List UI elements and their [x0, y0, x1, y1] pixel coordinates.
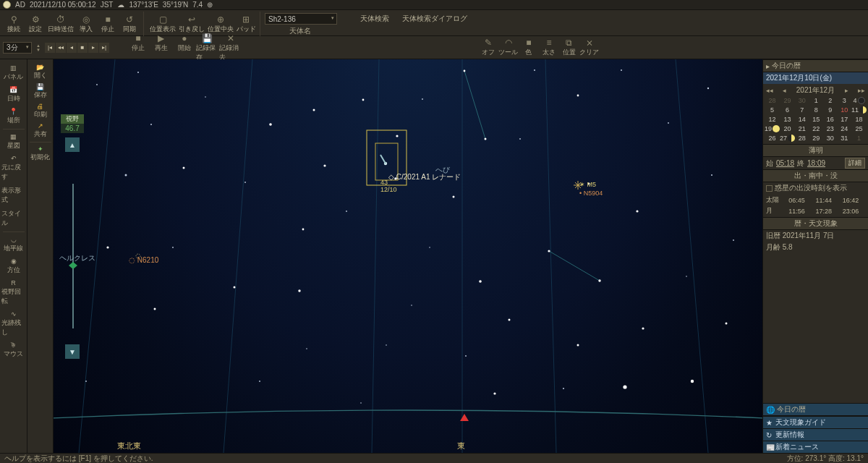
cal-prev-month[interactable]: ◂ [783, 87, 786, 94]
draw-clear-button[interactable]: ⨯クリア [579, 38, 600, 57]
cal-day[interactable]: 12 [765, 114, 780, 124]
rail-style[interactable]: スタイル [1, 207, 26, 230]
play-pause-button[interactable]: ■ [77, 43, 88, 53]
sync-icon: ↺ [124, 14, 135, 25]
cal-day[interactable]: 15 [809, 114, 823, 124]
link-updates[interactable]: ↻更新情報 [763, 428, 868, 441]
print-button[interactable]: 🖨印刷 [29, 101, 52, 121]
rail-horizon[interactable]: ◡地平線 [1, 234, 26, 255]
cal-day[interactable]: 3 [837, 95, 851, 105]
connect-button[interactable]: ⚲接続 [3, 12, 25, 36]
cal-day[interactable]: 9 [823, 105, 837, 114]
cal-day[interactable]: 4 [851, 95, 867, 105]
send-time-button[interactable]: ⏱日時送信 [46, 12, 75, 36]
save-button[interactable]: 💾保存 [29, 82, 52, 101]
cal-day[interactable]: 10 [837, 105, 851, 114]
comet-date-label: 12/10 [380, 186, 397, 193]
rec-save-button[interactable]: 💾記録保存 [196, 33, 219, 62]
stop-goto-button[interactable]: ■停止 [97, 12, 119, 36]
rec-play-button[interactable]: ▶再生 [150, 33, 173, 62]
step-back-button[interactable]: ◂◂ [56, 43, 66, 53]
open-button[interactable]: 📂開く [29, 62, 52, 82]
rail-starchart[interactable]: ▦星図 [1, 131, 26, 153]
rail-azimuth[interactable]: ◉方位 [1, 255, 26, 277]
cal-day[interactable]: 29 [780, 95, 795, 105]
cal-day[interactable]: 11 [851, 105, 867, 114]
rail-undo[interactable]: ↶元に戻す [1, 153, 26, 184]
cal-day[interactable]: 21 [795, 124, 809, 133]
cal-day[interactable]: 14 [795, 114, 809, 124]
fov-up-button[interactable]: ▲ [65, 137, 80, 152]
comet-num-label: 43 [380, 179, 388, 186]
skip-fwd-button[interactable]: ▸| [99, 43, 109, 53]
reset-button[interactable]: ✦初期化 [29, 144, 52, 163]
cal-day[interactable]: 28 [765, 95, 780, 105]
sky-chart[interactable]: 視野 46.7 ▲ ▼ ヘルクレス ◌ N6210 ◇ C/2021 A1 レナ… [54, 59, 762, 453]
rail-location[interactable]: 📍場所 [1, 106, 26, 127]
calendar-grid[interactable]: 2829301234567891011121314151617181920212… [765, 95, 867, 143]
rp-twilight-title: 薄明 [763, 144, 868, 157]
cal-day[interactable]: 5 [765, 105, 780, 114]
cal-day[interactable]: 22 [809, 124, 823, 133]
object-name-input[interactable]: Sh2-136 [265, 13, 337, 25]
rail-display-mode[interactable]: 表示形式 [1, 184, 26, 207]
goto-button[interactable]: ◎導入 [75, 12, 97, 36]
cal-day[interactable]: 23 [823, 124, 837, 133]
cal-day[interactable]: 17 [837, 114, 851, 124]
step-spinner[interactable]: ▲▼ [36, 43, 41, 52]
cal-day[interactable]: 24 [837, 124, 851, 133]
m5-label: ✶ M5 [579, 181, 596, 188]
cal-day[interactable]: 29 [809, 133, 823, 143]
cal-day[interactable]: 20 [780, 124, 795, 133]
cal-day[interactable]: 18 [851, 114, 867, 124]
fov-down-button[interactable]: ▼ [65, 344, 80, 359]
cal-prev-year[interactable]: ◂◂ [766, 87, 773, 94]
cal-day[interactable]: 27 [780, 133, 795, 143]
cal-day[interactable]: 28 [795, 133, 809, 143]
rail-rotate[interactable]: R視野回転 [1, 277, 26, 308]
time-step-select[interactable]: 3分 [3, 42, 32, 54]
cal-day[interactable]: 30 [795, 95, 809, 105]
cal-day[interactable]: 2 [823, 95, 837, 105]
cal-day[interactable]: 7 [795, 105, 809, 114]
draw-off-button[interactable]: ✎オフ [478, 38, 498, 57]
twilight-end: 18:09 [807, 159, 825, 167]
cal-day[interactable]: 25 [851, 124, 867, 133]
cal-day[interactable]: 19 [765, 124, 780, 133]
cal-day[interactable]: 13 [780, 114, 795, 124]
cal-day[interactable]: 30 [823, 133, 837, 143]
cal-next-year[interactable]: ▸▸ [858, 87, 865, 94]
twilight-detail-button[interactable]: 詳細 [845, 158, 865, 169]
draw-color-button[interactable]: ■色 [519, 38, 539, 57]
rec-clear-button[interactable]: ✕記録消去 [219, 33, 242, 62]
cal-day[interactable]: 6 [780, 105, 795, 114]
cal-day[interactable]: 31 [837, 133, 851, 143]
cal-day[interactable]: 1 [851, 133, 867, 143]
draw-tool-button[interactable]: ◠ツール [498, 38, 519, 57]
rail-trail[interactable]: ∿光跡残し [1, 308, 26, 339]
link-news[interactable]: 📰新着ニュース [763, 441, 868, 453]
cal-day[interactable]: 8 [809, 105, 823, 114]
object-search-button[interactable]: 天体検索 [356, 14, 393, 24]
draw-width-button[interactable]: ≡太さ [539, 38, 559, 57]
rec-start-button[interactable]: ●開始 [173, 33, 196, 62]
skip-back-button[interactable]: |◂ [45, 43, 55, 53]
cal-day[interactable]: 26 [765, 133, 780, 143]
rail-mouse[interactable]: 🖰マウス [1, 339, 26, 361]
rail-panel[interactable]: ▥パネル [1, 62, 26, 84]
rail-datetime[interactable]: 📅日時 [1, 84, 26, 106]
svg-line-7 [464, 71, 485, 139]
back-button[interactable]: ◂ [67, 43, 77, 53]
settings-button[interactable]: ⚙設定 [25, 12, 46, 36]
link-phenomena-guide[interactable]: ★天文現象ガイド [763, 416, 868, 428]
lon-label: 137°13'E [129, 1, 158, 9]
share-button[interactable]: ↗共有 [29, 121, 52, 140]
rec-stop-button[interactable]: ■停止 [127, 33, 150, 62]
object-search-dialog-button[interactable]: 天体検索ダイアログ [398, 14, 472, 24]
cal-day[interactable]: 16 [823, 114, 837, 124]
fwd-button[interactable]: ▸ [88, 43, 98, 53]
draw-pos-button[interactable]: ⧉位置 [559, 38, 579, 57]
rp-planets-chk[interactable]: 惑星の出没時刻を表示 [763, 182, 868, 194]
cal-day[interactable]: 1 [809, 95, 823, 105]
cal-next-month[interactable]: ▸ [845, 87, 848, 94]
